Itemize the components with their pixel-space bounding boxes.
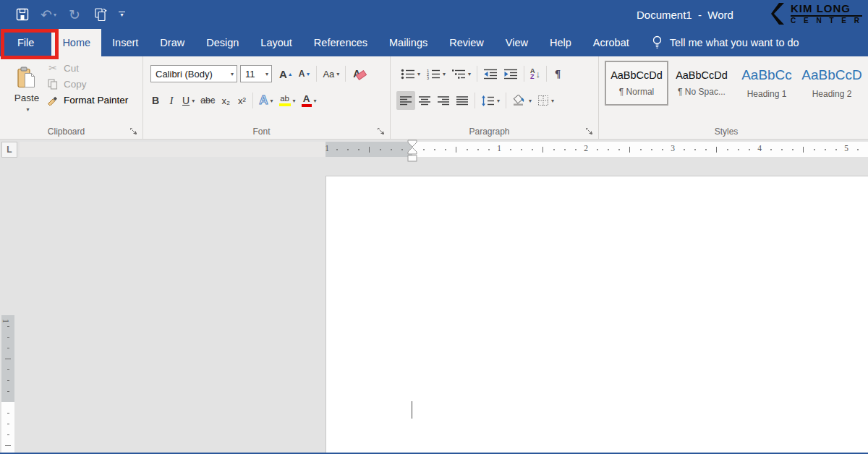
shading-dropdown-icon[interactable]: ▾: [529, 98, 532, 104]
tab-stop-selector[interactable]: L: [1, 142, 17, 158]
tab-file[interactable]: File: [0, 29, 51, 56]
align-left-button[interactable]: [396, 91, 415, 110]
clipboard-dialog-launcher[interactable]: [129, 127, 138, 136]
style--no-spac-[interactable]: AaBbCcDd¶ No Spac...: [670, 61, 733, 106]
paste-button[interactable]: Paste ▾: [7, 62, 46, 124]
tab-home[interactable]: Home: [51, 29, 101, 56]
change-case-button[interactable]: Aa▾: [320, 64, 342, 83]
grow-font-button[interactable]: A▲: [276, 64, 296, 83]
sort-button[interactable]: AZ↓: [527, 64, 543, 83]
ruler-tick: [640, 149, 642, 150]
redo-icon[interactable]: ↻: [67, 5, 82, 24]
format-painter-button[interactable]: Format Painter: [46, 95, 128, 106]
line-spacing-icon: [481, 95, 495, 106]
borders-dropdown-icon[interactable]: ▾: [551, 98, 554, 104]
style-heading-1[interactable]: AaBbCcHeading 1: [735, 61, 799, 106]
customize-qat-icon[interactable]: ▾: [119, 12, 125, 17]
tab-insert[interactable]: Insert: [101, 29, 149, 56]
multilevel-list-dropdown-icon[interactable]: ▾: [468, 71, 471, 77]
font-color-button[interactable]: A▾: [299, 91, 320, 110]
tab-mailings[interactable]: Mailings: [378, 29, 438, 56]
tab-references[interactable]: References: [303, 29, 378, 56]
change-case-dropdown-icon: ▾: [336, 71, 339, 77]
justify-button[interactable]: [453, 91, 472, 110]
clear-formatting-eraser-icon: A: [353, 68, 360, 80]
align-right-button[interactable]: [434, 91, 453, 110]
style-preview: AaBbCc: [741, 67, 792, 83]
ruler-tick: [825, 149, 826, 150]
paragraph-dialog-launcher[interactable]: [585, 127, 594, 136]
style-name: Heading 1: [747, 89, 787, 99]
numbering-icon: 123: [426, 69, 441, 80]
ruler-tick: [608, 149, 609, 150]
copy-icon[interactable]: [93, 5, 109, 24]
style-name: ¶ Normal: [619, 87, 654, 97]
tell-me-box[interactable]: Tell me what you want to do: [652, 29, 799, 56]
undo-dropdown-icon[interactable]: ▾: [54, 12, 56, 18]
lightbulb-icon: [652, 35, 663, 51]
tab-layout[interactable]: Layout: [250, 29, 303, 56]
shrink-font-button[interactable]: A▼: [296, 64, 314, 83]
ruler-tick: [749, 149, 750, 150]
style-heading-2[interactable]: AaBbCcDHeading 2: [800, 61, 864, 106]
font-dialog-launcher[interactable]: [377, 127, 386, 136]
bullets-button[interactable]: ▾: [398, 64, 423, 83]
font-size-combobox[interactable]: 11 ▾: [240, 65, 272, 82]
tab-acrobat[interactable]: Acrobat: [582, 29, 640, 56]
underline-dropdown-icon[interactable]: ▾: [192, 98, 195, 104]
style-preview: AaBbCcDd: [610, 69, 663, 81]
tab-design[interactable]: Design: [195, 29, 250, 56]
ruler-tick: [629, 147, 630, 153]
style--normal[interactable]: AaBbCcDd¶ Normal: [605, 61, 668, 106]
font-color-dropdown-icon[interactable]: ▾: [314, 98, 317, 104]
numbering-button[interactable]: 123 ▾: [423, 64, 448, 83]
indent-markers[interactable]: [407, 140, 418, 162]
clear-formatting-button[interactable]: A: [349, 64, 365, 83]
decrease-indent-button[interactable]: [480, 64, 501, 83]
group-font: Calibri (Body) ▾ 11 ▾ A▲ A▼ Aa▾ A B I U▾…: [143, 56, 391, 139]
text-effects-dropdown-icon[interactable]: ▾: [271, 98, 273, 104]
save-icon[interactable]: [14, 5, 30, 24]
tab-review[interactable]: Review: [438, 29, 495, 56]
italic-button[interactable]: I: [163, 91, 179, 110]
strikethrough-button[interactable]: abc: [197, 91, 218, 110]
subscript-button[interactable]: x₂: [218, 91, 234, 110]
ruler-number: 1: [497, 144, 501, 153]
highlight-dropdown-icon[interactable]: ▾: [293, 98, 296, 104]
cut-scissors-icon: ✂: [46, 62, 59, 74]
ruler-tick: [857, 149, 859, 150]
font-group-label: Font: [143, 127, 380, 137]
numbering-dropdown-icon[interactable]: ▾: [443, 71, 446, 77]
align-center-button[interactable]: [415, 91, 434, 110]
paste-dropdown-icon[interactable]: ▾: [26, 106, 29, 113]
cut-button[interactable]: ✂ Cut: [46, 62, 128, 74]
quick-access-toolbar: ↶▾ ↻ ▾: [0, 5, 125, 24]
decrease-indent-icon: [483, 69, 498, 80]
undo-icon[interactable]: ↶▾: [41, 5, 56, 24]
pilcrow-icon: ¶: [555, 68, 561, 80]
line-spacing-button[interactable]: ▾: [478, 91, 503, 110]
copy-button[interactable]: Copy: [46, 79, 128, 90]
line-spacing-dropdown-icon[interactable]: ▾: [497, 98, 500, 104]
text-effects-button[interactable]: A▾: [256, 91, 276, 110]
font-name-combobox[interactable]: Calibri (Body) ▾: [150, 65, 237, 82]
multilevel-list-button[interactable]: ▾: [448, 64, 474, 83]
increase-indent-button[interactable]: [501, 64, 521, 83]
borders-button[interactable]: ▾: [535, 91, 557, 110]
bold-button[interactable]: B: [148, 91, 163, 110]
cut-label: Cut: [64, 63, 79, 74]
tab-help[interactable]: Help: [539, 29, 582, 56]
underline-button[interactable]: U▾: [179, 91, 197, 110]
superscript-button[interactable]: x²: [234, 91, 250, 110]
highlight-color-button[interactable]: ab▾: [276, 91, 299, 110]
show-hide-formatting-button[interactable]: ¶: [550, 64, 566, 83]
document-page[interactable]: [326, 176, 868, 454]
justify-icon: [456, 95, 469, 106]
vertical-ruler: 112: [1, 315, 14, 454]
style-preview: AaBbCcD: [801, 67, 861, 83]
shading-button[interactable]: ▾: [509, 91, 535, 110]
multilevel-list-icon: [451, 69, 466, 80]
bullets-dropdown-icon[interactable]: ▾: [417, 71, 420, 77]
tab-draw[interactable]: Draw: [149, 29, 195, 56]
tab-view[interactable]: View: [495, 29, 539, 56]
